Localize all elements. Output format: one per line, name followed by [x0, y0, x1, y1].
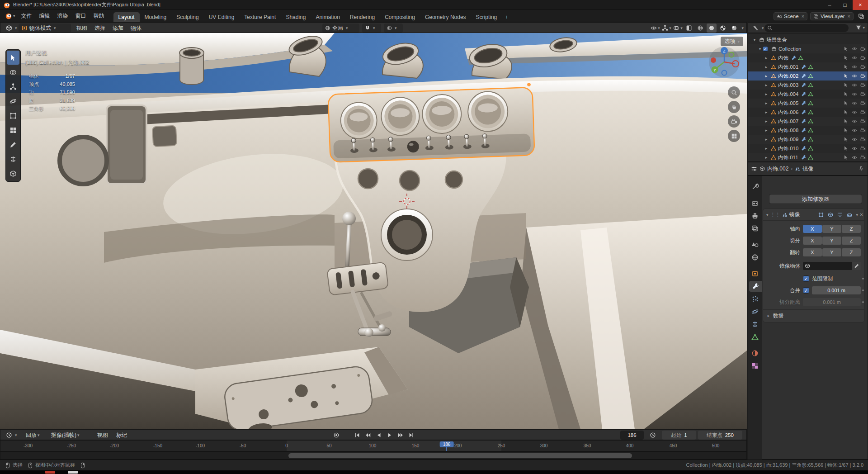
- tab-tool[interactable]: [750, 181, 760, 192]
- shading-wireframe-button[interactable]: [695, 24, 705, 33]
- unlink-scene-button[interactable]: ×: [802, 14, 804, 19]
- taskbar-app-icon[interactable]: [68, 471, 78, 474]
- viewport-canvas[interactable]: [0, 33, 747, 429]
- zoom-button[interactable]: [728, 86, 740, 99]
- bisect-y-button[interactable]: Y: [822, 237, 841, 245]
- edit-mode-toggle[interactable]: [826, 211, 834, 218]
- axis-z-button[interactable]: Z: [842, 225, 861, 233]
- outliner-item[interactable]: ▸ 内饰.009: [748, 135, 868, 144]
- add-modifier-button[interactable]: 添加修改器: [769, 194, 862, 204]
- outliner-item[interactable]: ▸ 内饰.004: [748, 90, 868, 99]
- move-tool[interactable]: [7, 80, 19, 94]
- selectable-icon[interactable]: [843, 128, 849, 133]
- menu-view[interactable]: 视图: [76, 23, 87, 33]
- selectable-icon[interactable]: [843, 146, 849, 151]
- collapse-chevron-icon[interactable]: ▾: [766, 213, 769, 217]
- scene-selector[interactable]: Scene ×: [774, 12, 807, 20]
- eye-icon[interactable]: [852, 91, 857, 97]
- eye-icon[interactable]: [852, 46, 857, 52]
- proportional-editing-toggle[interactable]: ▾: [384, 24, 403, 33]
- merge-threshold-field[interactable]: 0.001 m: [812, 286, 861, 294]
- eye-icon[interactable]: [852, 109, 857, 115]
- tab-rendering[interactable]: Rendering: [345, 12, 380, 22]
- clipping-checkbox[interactable]: ✓: [803, 275, 809, 282]
- extras-chevron-icon[interactable]: ▾: [856, 213, 858, 217]
- cursor-tool[interactable]: [7, 65, 19, 79]
- tab-world[interactable]: [750, 252, 760, 263]
- selectable-icon[interactable]: [843, 118, 849, 124]
- eye-icon[interactable]: [852, 137, 857, 142]
- modifier-panel-header[interactable]: ▾ ⋮⋮ 镜像 ▾ ×: [763, 209, 865, 221]
- render-camera-icon[interactable]: [860, 82, 866, 88]
- selectable-icon[interactable]: [843, 46, 849, 52]
- navigation-gizmo[interactable]: Z Y: [708, 46, 741, 78]
- outliner-item[interactable]: ▸ 内饰.003: [748, 81, 868, 90]
- outliner-item[interactable]: ▸ 内饰.005: [748, 99, 868, 108]
- selectable-icon[interactable]: [843, 64, 849, 70]
- render-camera-icon[interactable]: [860, 146, 866, 151]
- render-camera-icon[interactable]: [860, 128, 866, 133]
- viewlayer-selector[interactable]: ViewLayer ×: [810, 12, 854, 20]
- frame-start-field[interactable]: 起始1: [662, 431, 696, 440]
- xray-toggle[interactable]: [684, 24, 694, 33]
- outliner-item[interactable]: ▸ 内饰.010: [748, 144, 868, 153]
- menu-select[interactable]: 选择: [94, 23, 105, 33]
- selectable-icon[interactable]: [843, 91, 849, 97]
- outliner-item[interactable]: ▸ 内饰.011: [748, 153, 868, 162]
- menu-keying[interactable]: 抠像(插帧)▾: [51, 430, 80, 441]
- eyedropper-button[interactable]: [852, 262, 861, 270]
- playhead-line[interactable]: [446, 447, 447, 451]
- outliner-item[interactable]: ▸ 内饰: [748, 53, 868, 62]
- selectable-icon[interactable]: [843, 100, 849, 106]
- shading-dropdown[interactable]: ▾: [741, 26, 744, 30]
- tab-scripting[interactable]: Scripting: [471, 12, 502, 22]
- outliner-item[interactable]: ▸ 内饰.007: [748, 117, 868, 126]
- realtime-toggle[interactable]: [836, 211, 844, 218]
- outliner-item-selected[interactable]: ▸ 内饰.002: [748, 71, 868, 81]
- snap-toggle[interactable]: ▾: [362, 24, 381, 33]
- bisect-x-button[interactable]: X: [803, 237, 822, 245]
- tab-object-data[interactable]: [750, 332, 760, 342]
- breadcrumb-modifier[interactable]: 镜像: [802, 165, 813, 173]
- shading-solid-button[interactable]: [707, 24, 717, 33]
- selectable-icon[interactable]: [843, 82, 849, 88]
- render-camera-icon[interactable]: [860, 155, 866, 160]
- add-cube-tool[interactable]: [7, 166, 19, 180]
- shading-material-button[interactable]: [718, 24, 728, 33]
- menu-timeline-view[interactable]: 视图: [97, 430, 108, 441]
- eye-icon[interactable]: [852, 146, 857, 151]
- frame-end-field[interactable]: 结束点250: [698, 431, 742, 440]
- tab-animation[interactable]: Animation: [311, 12, 344, 22]
- data-subpanel-header[interactable]: ▸ 数据: [763, 311, 865, 320]
- tab-compositing[interactable]: Compositing: [380, 12, 420, 22]
- outliner-item[interactable]: ▸ 内饰.001: [748, 62, 868, 71]
- menu-add[interactable]: 添加: [113, 23, 123, 33]
- selectable-icon[interactable]: [843, 109, 849, 115]
- tab-material[interactable]: [750, 348, 760, 359]
- render-camera-icon[interactable]: [860, 91, 866, 97]
- auto-keying-button[interactable]: [331, 431, 341, 440]
- flip-x-button[interactable]: X: [803, 248, 822, 256]
- transform-tool[interactable]: [7, 123, 19, 137]
- scale-tool[interactable]: [7, 109, 19, 123]
- outliner-item[interactable]: ▸ 内饰.008: [748, 126, 868, 135]
- gauge-cluster-selected[interactable]: [328, 87, 535, 162]
- menu-edit[interactable]: 编辑: [36, 11, 54, 21]
- new-viewlayer-button[interactable]: [856, 12, 866, 21]
- current-frame-badge[interactable]: 186: [440, 441, 454, 447]
- tab-shading[interactable]: Shading: [281, 12, 311, 22]
- jump-to-start-button[interactable]: [352, 431, 362, 440]
- orthographic-toggle-button[interactable]: [728, 130, 740, 142]
- viewport-editor-type-button[interactable]: ▾: [3, 24, 20, 33]
- tab-view-layer[interactable]: [750, 223, 760, 234]
- remove-viewlayer-button[interactable]: ×: [848, 14, 850, 19]
- menu-file[interactable]: 文件: [18, 11, 36, 21]
- mode-dropdown[interactable]: 物体模式 ▾: [19, 24, 71, 33]
- tab-texture[interactable]: [750, 360, 760, 371]
- axis-y-button[interactable]: Y: [822, 225, 841, 233]
- render-toggle[interactable]: [845, 211, 853, 218]
- blender-menu-button[interactable]: ▾: [3, 11, 18, 20]
- tab-constraints[interactable]: [750, 319, 760, 330]
- flip-y-button[interactable]: Y: [822, 248, 841, 256]
- mirror-object-field[interactable]: [803, 262, 852, 270]
